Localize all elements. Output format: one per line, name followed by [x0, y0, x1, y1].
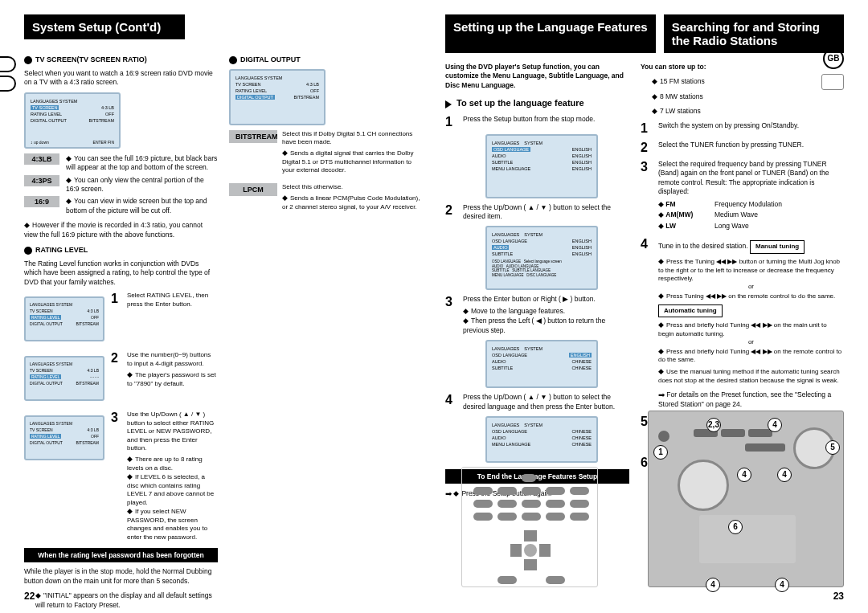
rating-head-text: RATING LEVEL	[35, 246, 88, 254]
rating-step-2-num: 2	[111, 351, 127, 366]
sub-to-set-up-language: To set up the language feature	[445, 98, 629, 108]
ratio-169-text: You can view in wide screen but the top …	[66, 197, 207, 214]
si2: 7 LW stations	[660, 107, 701, 115]
leg-sub: SUBTITLE	[492, 268, 510, 272]
rs2-n: 2	[641, 141, 658, 155]
menu-r1a: TV SCREEN	[31, 105, 59, 110]
lang-step-4: 4 Press the Up/Down ( ▲ / ▼ ) button to …	[445, 393, 629, 411]
auto-text-1: Press and briefly hold Tuning ◀◀ ▶▶ on t…	[658, 321, 827, 337]
lang-step-3-s1: Then press the Left ( ◀ ) button to retu…	[463, 317, 605, 333]
rating-screenshot-3: LANGUAGES SYSTEM TV SCREEN4:3 LB RATING …	[24, 415, 104, 460]
tv-screen-desc: Select when you want to watch a 16:9 scr…	[24, 69, 218, 88]
heading-system-setup: System Setup (Cont'd)	[24, 14, 185, 39]
rs4-n: 4	[641, 237, 658, 251]
rs2-t: Select the TUNER function by pressing TU…	[658, 141, 844, 149]
menu-foot2: ENTER FIN	[93, 140, 114, 145]
leg-audio-d: AUDIO LANGUAGE	[506, 264, 539, 268]
lpcm-text-1: Select this otherwise.	[282, 183, 423, 191]
ratio-169: 16:9 ◆You can view in wide screen but th…	[24, 196, 218, 215]
page-number-22: 22	[24, 591, 35, 602]
r1-f: BITSTREAM	[76, 321, 99, 326]
radio-step-3: 3 Select the required frequency band by …	[641, 160, 844, 232]
forgotten-password-text: While the player is in the stop mode, ho…	[24, 567, 218, 586]
section-digital-output: DIGITAL OUTPUT	[229, 55, 423, 64]
fv0: Frequency Modulation	[714, 200, 782, 209]
fk0: FM	[665, 200, 675, 208]
panel-btn-4	[745, 443, 785, 452]
remote-lower-diagram: 6 4 4	[699, 515, 796, 587]
section-tv-screen: TV SCREEN(TV SCREEN RATIO)	[24, 55, 218, 64]
ratio-note: ◆However if the movie is recorded in 4:3…	[24, 220, 218, 239]
tv-screen-head-text: TV SCREEN(TV SCREEN RATIO)	[35, 55, 147, 63]
bitstream-text-2: Sends a digital signal that carries the …	[282, 149, 413, 174]
r2-f: BITSTREAM	[76, 381, 99, 386]
rating-step-3-text: Use the Up/Down ( ▲ / ▼ ) button to sele…	[127, 411, 214, 452]
lang-step-3: 3 Press the Enter button or Right ( ▶ ) …	[445, 295, 629, 335]
si1: 8 MW stations	[660, 92, 703, 100]
heading-radio-stations: Searching for and Storing the Radio Stat…	[664, 14, 844, 53]
store-item-2: ◆7 LW stations	[652, 106, 844, 116]
radio-icon	[821, 74, 844, 90]
language-intro: Using the DVD player's Setup function, y…	[445, 63, 629, 90]
do-tabs: LANGUAGES SYSTEM	[235, 76, 319, 80]
rating-desc: The Rating Level function works in conju…	[24, 260, 218, 287]
automatic-tuning-label: Automatic tuning	[658, 304, 723, 318]
fv1: Medium Wave	[714, 210, 758, 219]
r1-b: 4:3 LB	[88, 309, 99, 313]
fk1: AM(MW)	[665, 210, 693, 219]
lang-step-3-s0: Move to the language features.	[471, 307, 565, 315]
gb-badge: GB	[823, 48, 844, 69]
col-tv-screen-rating: TV SCREEN(TV SCREEN RATIO) Select when y…	[24, 49, 218, 613]
ratio-43lb: 4:3LB ◆You can see the full 16:9 picture…	[24, 153, 218, 173]
rating-step-3-num: 3	[111, 411, 127, 425]
menu-r2b: OFF	[105, 112, 114, 116]
rating-screenshot-1: LANGUAGES SYSTEM TV SCREEN4:3 LB RATING …	[24, 296, 104, 341]
ratio-43ps-label: 4:3PS	[24, 175, 59, 186]
menu-r3b: BITSTREAM	[89, 118, 114, 123]
rs3-t: Select the required frequency band by pr…	[658, 160, 829, 195]
bitstream-text-1: Select this if Dolby Digital 5.1 CH conn…	[282, 130, 423, 147]
language-screenshot-3: LANGUAGES SYSTEM OSD LANGUAGEENGLISH AUD…	[485, 340, 598, 388]
do-a: TV SCREEN	[235, 82, 260, 87]
manual-text-1: Press the Tuning ◀◀ ▶▶ button or turning…	[658, 258, 840, 282]
r2-b: 4:3 LB	[88, 368, 99, 373]
leg-audio: AUDIO	[492, 264, 503, 268]
rating-step-2-sub: The player's password is set to "7890" b…	[127, 371, 216, 387]
r3-f: BITSTREAM	[76, 440, 99, 445]
r2-e: DIGITAL OUTPUT	[30, 381, 63, 386]
rating-step-2-text: Use the number(0~9) buttons to input a 4…	[127, 351, 211, 366]
do-c: RATING LEVEL	[235, 88, 267, 93]
store-item-0: ◆15 FM stations	[652, 76, 844, 86]
lang-step-4-num: 4	[445, 393, 463, 407]
menu-r1b: 4:3 LB	[101, 105, 114, 110]
r3-b: 4:3 LB	[88, 427, 99, 432]
ratio-169-label: 16:9	[24, 196, 59, 207]
do-e: DIGITAL OUTPUT	[235, 95, 275, 100]
lang-step-4-text: Press the Up/Down ( ▲ / ▼ ) button to se…	[463, 393, 629, 411]
digital-head-text: DIGITAL OUTPUT	[240, 55, 301, 63]
rating-step-2: LANGUAGES SYSTEM TV SCREEN4:3 LB RATING …	[24, 351, 218, 406]
sub-title-text: To set up the language feature	[457, 98, 584, 108]
menu-tabs: LANGUAGES SYSTEM	[31, 99, 114, 104]
menu-foot1: ↕ up down	[31, 140, 49, 145]
rating-step-1-num: 1	[111, 292, 127, 306]
lang-step-3-num: 3	[445, 295, 463, 309]
lang-step-2-text: Press the Up/Down ( ▲ / ▼ ) button to se…	[463, 203, 629, 222]
store-item-1: ◆8 MW stations	[652, 92, 844, 101]
r2-tabs: LANGUAGES SYSTEM	[30, 362, 99, 366]
lpcm-text-2: Sends a linear PCM(Pulse Code Modulation…	[282, 194, 420, 210]
ratio-note-text: However if the movie is recorded in 4:3 …	[24, 221, 203, 238]
preset-note: For details on the Preset function, see …	[658, 390, 831, 409]
preset-note-row: ➡ For details on the Preset function, se…	[658, 390, 844, 410]
r3-a: TV SCREEN	[30, 427, 53, 432]
panel-btn-3	[748, 429, 772, 437]
heading-language-features: Setting up the Language Features	[445, 14, 656, 53]
fk2: LW	[665, 222, 676, 230]
rating-step-3-sub1: If LEVEL 6 is selected, a disc which con…	[127, 473, 214, 505]
language-screenshot-1: LANGUAGES SYSTEM OSD LANGUAGEENGLISH AUD…	[485, 134, 598, 198]
lang-step-3-text: Press the Enter button or Right ( ▶ ) bu…	[463, 295, 596, 303]
ratio-43lb-text: You can see the full 16:9 picture, but b…	[66, 154, 217, 171]
radio-step-1: 1 Switch the system on by pressing On/St…	[641, 121, 844, 136]
ratio-43ps-text: You can only view the central portion of…	[66, 176, 204, 193]
panel-btn-2	[721, 429, 745, 437]
